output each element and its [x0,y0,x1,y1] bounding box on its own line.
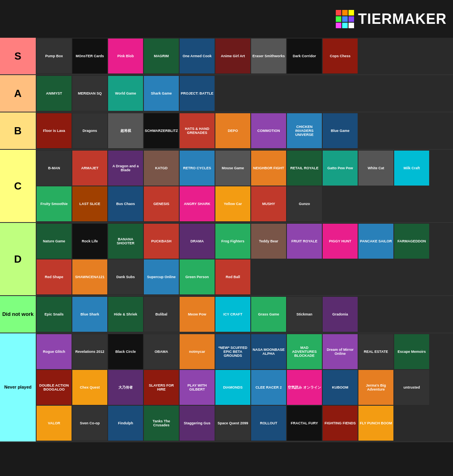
game-card[interactable]: KUBOOM [323,370,358,405]
game-card[interactable]: Red Ball [215,259,250,294]
game-card[interactable]: Epic Snails [37,297,72,332]
game-card[interactable]: ROLLOUT [251,406,286,441]
game-card[interactable]: NEIGHBOR FIGHT [251,151,286,186]
game-card[interactable]: notmycar [180,334,215,369]
game-card[interactable]: MERIDIAN SQ [72,76,107,111]
game-card[interactable]: NASA MOONBASE ALPHA [251,334,286,369]
game-card[interactable]: Supercup Online [144,259,179,294]
game-card[interactable]: ANGRY SHARK [180,186,215,221]
game-card[interactable]: Meow Pow [180,297,215,332]
game-card[interactable]: B-MAN [37,151,72,186]
game-card[interactable]: Yellow Car [215,186,250,221]
game-card[interactable]: MAGRIM [144,39,179,74]
game-card[interactable]: BANANA SHOOTER [108,224,143,259]
game-card[interactable]: Rogue Glitch [37,334,72,369]
game-card[interactable]: Shark Game [144,76,179,111]
game-card[interactable]: A Dragon and a Blade [108,151,143,186]
game-card[interactable]: Milk Craft [394,151,429,186]
game-card[interactable]: PUCKBASH [144,224,179,259]
game-card[interactable]: VALOR [37,406,72,441]
game-card[interactable]: One Armed Cook [180,39,215,74]
game-card[interactable]: Hide & Shriek [108,297,143,332]
game-card[interactable]: 大乃传者 [108,370,143,405]
game-card[interactable]: SHAWNCENA121 [72,259,107,294]
game-card[interactable]: SLAYERS FOR HIRE [144,370,179,405]
game-card[interactable]: Dank Subs [108,259,143,294]
game-card[interactable]: World Game [108,76,143,111]
game-card[interactable]: FRUIT ROYALE [287,224,322,259]
game-card[interactable]: Red Shape [37,259,72,294]
game-card[interactable]: Stickman [287,297,322,332]
game-card[interactable]: FRACTAL FURY [287,406,322,441]
game-card[interactable]: PLAY WITH GILBERT [180,370,215,405]
game-card[interactable]: DOUBLE ACTION BOOGALOO [37,370,72,405]
game-card[interactable]: Bus Chaos [108,186,143,221]
game-card[interactable]: Gradonia [323,297,358,332]
game-card[interactable]: PANCAKE SAILOR [358,224,393,259]
game-card[interactable]: Fruity Smoothie [37,186,72,221]
game-card[interactable]: Tanks The Crusades [144,406,179,441]
game-card[interactable]: LAST SLICE [72,186,107,221]
game-card[interactable]: Rock Life [72,224,107,259]
game-card[interactable]: REAL ESTATE [358,334,393,369]
game-card[interactable]: Blue Shark [72,297,107,332]
game-card[interactable]: GENESIS [144,186,179,221]
game-card[interactable]: Escape Memoirs [394,334,429,369]
game-card[interactable]: Pink Blob [108,39,143,74]
game-card[interactable]: DEPO [215,113,250,148]
game-card[interactable]: Green Person [180,259,215,294]
game-card[interactable]: COMMOTION [251,113,286,148]
game-card[interactable]: Pump Box [37,39,72,74]
game-card[interactable]: Space Quest 2099 [215,406,250,441]
game-card[interactable]: CHICKEN INVADERS UNIVERSE [287,113,322,148]
game-card[interactable]: RETRO CYCLES [180,151,215,186]
game-card[interactable]: Chex Quest [72,370,107,405]
game-card[interactable]: KATGD [144,151,179,186]
game-card[interactable]: Dream of Mirror Online [323,334,358,369]
game-card[interactable]: PROJECT: BATTLE [180,76,215,111]
game-card[interactable]: Frog Fighters [215,224,250,259]
game-card[interactable]: Mouse Game [215,151,250,186]
game-card[interactable]: RETAIL ROYALE [287,151,322,186]
game-card[interactable]: ANIMYST [37,76,72,111]
game-card[interactable]: Dark Corridor [287,39,322,74]
game-card[interactable]: SCHWARZERBLITZ [144,113,179,148]
game-card[interactable]: MAD ADVENTURES BLOCKADE [287,334,322,369]
game-card[interactable]: Gunzo [287,186,322,221]
game-card[interactable]: MUSHY [251,186,286,221]
game-card[interactable]: Jerma's Big Adventure [358,370,393,405]
game-card[interactable]: DIAMONDS [215,370,250,405]
game-card[interactable]: White Cat [358,151,393,186]
game-card[interactable]: Black Circle [108,334,143,369]
game-card[interactable]: FIGHTING FIENDS [323,406,358,441]
game-card[interactable]: Dragons [72,113,107,148]
game-card[interactable]: CLEE RACER 2 [251,370,286,405]
game-card[interactable]: ARMAJET [72,151,107,186]
game-card[interactable]: Teddy Bear [251,224,286,259]
game-card[interactable]: Grass Game [251,297,286,332]
game-card[interactable]: Anime Girl Art [215,39,250,74]
game-card[interactable]: untrusted [394,370,429,405]
game-card[interactable]: Gatto Pew Pew [323,151,358,186]
game-card[interactable]: *NEW* SCUFFED EPIC BETA GROUNDS [215,334,250,369]
game-card[interactable]: FARMAGEDDON [394,224,429,259]
game-card[interactable]: Bulibal [144,297,179,332]
game-card[interactable]: Eraser Smithworks [251,39,286,74]
game-card[interactable]: PIGGY HUNT [323,224,358,259]
game-card[interactable]: HATS & HAND GRENADES [180,113,215,148]
game-card[interactable]: 超将棋 [108,113,143,148]
game-card[interactable]: 空気読み オンライン [287,370,322,405]
game-card[interactable]: Blue Game [323,113,358,148]
game-card[interactable]: Floor is Lava [37,113,72,148]
game-card[interactable]: Sven Co-op [72,406,107,441]
game-card[interactable]: Nature Game [37,224,72,259]
game-card[interactable]: FLY PUNCH BOOM [358,406,393,441]
game-card[interactable]: ICY CRAFT [215,297,250,332]
game-card[interactable]: Revelations 2012 [72,334,107,369]
game-card[interactable]: OBAMA [144,334,179,369]
game-card[interactable]: MOnsTER Cards [72,39,107,74]
game-card[interactable]: Findulph [108,406,143,441]
game-card[interactable]: DRAMA [180,224,215,259]
game-card[interactable]: Staggering Gus [180,406,215,441]
game-card[interactable]: Cops Chess [323,39,358,74]
